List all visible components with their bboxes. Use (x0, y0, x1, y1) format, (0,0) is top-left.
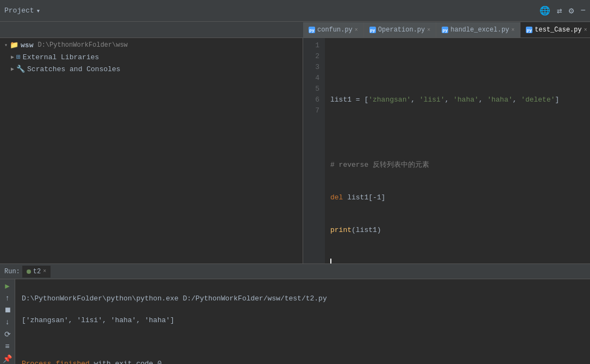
tab-operation[interactable]: py Operation.py × (364, 22, 436, 37)
project-label-text: Project (4, 7, 34, 15)
run-status-dot (27, 269, 31, 274)
sidebar-wsw-label: wsw (21, 41, 33, 49)
folder-icon: 📁 (10, 41, 18, 49)
line-num-5: 5 (305, 84, 323, 95)
tab-bar: py confun.py × py Operation.py × py hand… (0, 22, 590, 38)
toolbar-icons: 🌐 ⇄ ⚙ − (539, 5, 586, 16)
expand-arrow-scratch: ▶ (11, 66, 14, 72)
expand-arrow-libs: ▶ (11, 54, 14, 60)
py-icon: py (369, 27, 376, 33)
play-icon[interactable]: ▶ (2, 281, 14, 291)
tab-confun[interactable]: py confun.py × (303, 22, 364, 37)
run-label: Run: (4, 268, 20, 275)
tab-test-case-close[interactable]: × (584, 27, 587, 33)
console-output-line: ['zhangsan', 'lisi', 'haha', 'haha'] (22, 315, 583, 326)
split-icon[interactable]: ⇄ (557, 5, 562, 16)
scratch-icon: 🔧 (16, 65, 25, 73)
settings-icon[interactable]: ⚙ (569, 5, 574, 16)
run-tab-label: t2 (33, 268, 41, 275)
library-icon: ⊞ (16, 53, 21, 61)
minimize-icon[interactable]: − (580, 6, 586, 16)
line-num-2: 2 (305, 51, 323, 62)
code-content[interactable]: list1 = ['zhangsan', 'lisi', 'haha', 'ha… (325, 38, 590, 263)
line-num-6: 6 (305, 95, 323, 105)
tab-handle-excel-close[interactable]: × (511, 27, 514, 33)
stop-icon[interactable]: ⏹ (2, 306, 14, 315)
main-area: ▾ 📁 wsw D:\PythonWorkFolder\wsw ▶ ⊞ Exte… (0, 38, 590, 263)
code-line-7 (330, 258, 585, 263)
code-line-5: del list1[-1] (330, 192, 585, 203)
expand-arrow: ▾ (4, 42, 8, 48)
code-line-6: print(list1) (330, 225, 585, 236)
run-tab-close[interactable]: × (43, 268, 46, 274)
console-finished-line: Process finished with exit code 0 (22, 359, 583, 364)
up-icon[interactable]: ↑ (2, 294, 14, 303)
line-num-7: 7 (305, 105, 323, 116)
sidebar-scratches-label: Scratches and Consoles (27, 65, 121, 73)
sidebar-item-external-libs[interactable]: ▶ ⊞ External Libraries (0, 51, 303, 63)
code-line-1 (330, 62, 585, 73)
tab-operation-close[interactable]: × (427, 27, 430, 33)
console-blank-line (22, 337, 583, 348)
code-line-3 (330, 127, 585, 138)
down-icon[interactable]: ↓ (2, 318, 14, 327)
rerun-icon[interactable]: ⟳ (2, 330, 14, 339)
tab-confun-label: confun.py (317, 26, 353, 34)
line-numbers: 1 2 3 4 5 6 7 (303, 38, 325, 263)
run-panel: Run: t2 × ▶ ↑ ⏹ ↓ ⟳ ≡ 📌 🖨 🗑 D:\PythonWor… (0, 263, 590, 364)
tab-confun-close[interactable]: × (355, 27, 358, 33)
run-sidebar: ▶ ↑ ⏹ ↓ ⟳ ≡ 📌 🖨 🗑 (0, 279, 15, 364)
sidebar-item-wsw[interactable]: ▾ 📁 wsw D:\PythonWorkFolder\wsw (0, 39, 303, 51)
globe-icon[interactable]: 🌐 (539, 5, 550, 16)
scroll-icon[interactable]: ≡ (2, 342, 14, 351)
run-tab-t2[interactable]: t2 × (22, 266, 51, 278)
sidebar-external-libs-label: External Libraries (23, 53, 99, 61)
tab-test-case[interactable]: py test_Case.py × (520, 22, 590, 37)
tab-operation-label: Operation.py (378, 26, 425, 34)
dropdown-arrow: ▾ (36, 7, 41, 15)
sidebar: ▾ 📁 wsw D:\PythonWorkFolder\wsw ▶ ⊞ Exte… (0, 38, 303, 263)
run-body: ▶ ↑ ⏹ ↓ ⟳ ≡ 📌 🖨 🗑 D:\PythonWorkFolder\py… (0, 279, 590, 364)
line-num-3: 3 (305, 62, 323, 73)
line-num-1: 1 (305, 40, 323, 51)
project-dropdown[interactable]: Project ▾ (4, 7, 40, 15)
run-tab-bar: Run: t2 × (0, 264, 590, 279)
sidebar-item-scratches[interactable]: ▶ 🔧 Scratches and Consoles (0, 63, 303, 75)
console-output: D:\PythonWorkFolder\python\python.exe D:… (15, 279, 590, 364)
line-num-4: 4 (305, 73, 323, 84)
tab-test-case-label: test_Case.py (535, 26, 581, 34)
py-icon: py (442, 27, 448, 33)
editor-area: 1 2 3 4 5 6 7 list1 = ['zhangsan', 'lisi… (303, 38, 590, 263)
code-line-4: # reverse 反转列表中的元素 (330, 160, 585, 171)
tab-handle-excel-label: handle_excel.py (450, 26, 509, 34)
top-toolbar: Project ▾ 🌐 ⇄ ⚙ − (0, 0, 590, 22)
py-icon: py (309, 27, 315, 33)
console-cmd-line: D:\PythonWorkFolder\python\python.exe D:… (22, 293, 583, 304)
pin-icon[interactable]: 📌 (2, 354, 14, 363)
code-line-2: list1 = ['zhangsan', 'lisi', 'haha', 'ha… (330, 95, 585, 105)
tab-handle-excel[interactable]: py handle_excel.py × (436, 22, 520, 37)
py-icon: py (526, 27, 532, 33)
sidebar-wsw-path: D:\PythonWorkFolder\wsw (37, 41, 128, 49)
